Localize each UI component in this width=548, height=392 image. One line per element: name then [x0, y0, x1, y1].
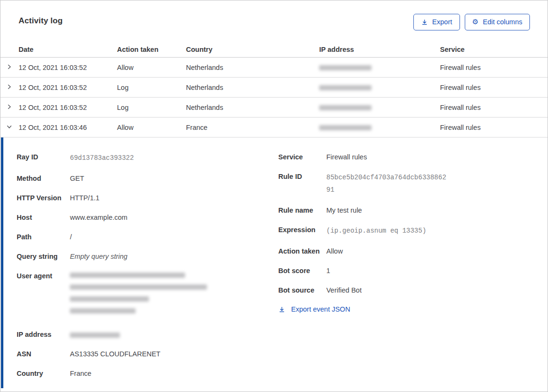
detail-field-country: Country France	[17, 368, 278, 379]
field-value: www.example.com	[70, 212, 127, 223]
topbar-actions: Export ⚙ Edit columns	[413, 14, 530, 30]
field-value: Firewall rules	[326, 152, 367, 162]
field-value	[70, 329, 120, 340]
edit-columns-button-label: Edit columns	[483, 18, 522, 26]
edit-columns-button[interactable]: ⚙ Edit columns	[465, 14, 530, 30]
export-button-label: Export	[432, 18, 452, 26]
table-row[interactable]: 12 Oct, 2021 16:03:52 Allow Netherlands …	[0, 58, 548, 78]
cell-service: Firewall rules	[440, 104, 548, 111]
detail-field-ip-address: IP address	[17, 329, 278, 340]
field-label: Path	[17, 232, 70, 242]
cell-service: Firewall rules	[440, 124, 548, 131]
field-value: 69d13783ac393322	[70, 152, 134, 164]
detail-field-action-taken: Action taken Allow	[278, 246, 548, 256]
field-label: IP address	[17, 329, 70, 340]
redacted-ip-blur	[319, 105, 372, 110]
cell-country: Netherlands	[186, 64, 319, 71]
redacted-ip-blur	[70, 333, 120, 338]
table-row-expanded[interactable]: 12 Oct, 2021 16:03:46 Allow France Firew…	[0, 118, 548, 137]
field-label: ASN	[17, 349, 70, 359]
expand-row-button[interactable]	[0, 98, 19, 117]
export-event-json-link[interactable]: Export event JSON	[278, 305, 350, 313]
cell-country: France	[186, 124, 319, 131]
detail-field-service: Service Firewall rules	[278, 152, 548, 162]
detail-field-user-agent: User agent	[17, 271, 278, 320]
cell-date: 12 Oct, 2021 16:03:52	[19, 104, 117, 111]
cell-action-taken: Log	[117, 104, 186, 111]
redacted-ip-blur	[319, 65, 372, 70]
detail-field-asn: ASN AS13335 CLOUDFLARENET	[17, 349, 278, 359]
field-value: France	[70, 368, 91, 379]
field-value: Verified Bot	[326, 285, 362, 295]
event-detail-right-column: Service Firewall rules Rule ID 85bce5b20…	[278, 152, 548, 388]
collapse-row-button[interactable]	[0, 118, 19, 137]
field-label: Bot source	[278, 285, 326, 295]
detail-field-http-version: HTTP Version HTTP/1.1	[17, 193, 278, 203]
cell-date: 12 Oct, 2021 16:03:46	[19, 124, 117, 131]
table-row[interactable]: 12 Oct, 2021 16:03:52 Log Netherlands Fi…	[0, 78, 548, 98]
cell-ip-address	[319, 84, 440, 91]
field-label: Query string	[17, 251, 70, 262]
field-value: (ip.geoip.asnum eq 13335)	[326, 225, 426, 237]
field-label: Expression	[278, 225, 326, 237]
cell-service: Firewall rules	[440, 64, 548, 71]
cell-country: Netherlands	[186, 84, 319, 91]
event-detail-left-column: Ray ID 69d13783ac393322 Method GET HTTP …	[17, 152, 278, 388]
field-value: Empty query string	[70, 251, 127, 262]
cell-action-taken: Allow	[117, 124, 186, 131]
detail-field-bot-source: Bot source Verified Bot	[278, 285, 548, 295]
detail-field-bot-score: Bot score 1	[278, 265, 548, 276]
detail-field-query-string: Query string Empty query string	[17, 251, 278, 262]
field-value: /	[70, 232, 72, 242]
expand-row-button[interactable]	[0, 78, 19, 97]
field-value: My test rule	[326, 205, 362, 216]
cell-ip-address	[319, 104, 440, 111]
cell-service: Firewall rules	[440, 84, 548, 91]
event-detail-panel: Ray ID 69d13783ac393322 Method GET HTTP …	[1, 137, 548, 388]
field-value: AS13335 CLOUDFLARENET	[70, 349, 160, 359]
cell-ip-address	[319, 124, 440, 131]
field-value: HTTP/1.1	[70, 193, 99, 203]
field-label: Country	[17, 368, 70, 379]
detail-field-rule-name: Rule name My test rule	[278, 205, 548, 216]
field-value: 85bce5b204cf4703a764dcb633886291	[326, 171, 448, 196]
field-label: User agent	[17, 271, 70, 320]
field-label: Rule name	[278, 205, 326, 216]
redacted-user-agent-blur	[70, 271, 207, 320]
detail-field-host: Host www.example.com	[17, 212, 278, 223]
export-button[interactable]: Export	[413, 14, 460, 30]
cell-country: Netherlands	[186, 104, 319, 111]
column-header-service: Service	[440, 46, 548, 53]
chevron-down-icon	[6, 123, 13, 132]
chevron-right-icon	[6, 63, 13, 72]
field-label: Method	[17, 173, 70, 184]
download-icon	[421, 19, 428, 26]
column-header-ip-address: IP address	[319, 46, 440, 53]
field-value: Allow	[326, 246, 343, 256]
chevron-right-icon	[6, 83, 13, 92]
download-icon	[278, 306, 285, 313]
cell-date: 12 Oct, 2021 16:03:52	[19, 84, 117, 91]
page-title: Activity log	[19, 16, 63, 26]
chevron-right-icon	[6, 103, 13, 112]
cell-date: 12 Oct, 2021 16:03:52	[19, 64, 117, 71]
field-label: Bot score	[278, 265, 326, 276]
field-label: HTTP Version	[17, 193, 70, 203]
table-header: Date Action taken Country IP address Ser…	[0, 41, 548, 58]
redacted-ip-blur	[319, 85, 372, 90]
cell-action-taken: Allow	[117, 64, 186, 71]
field-label: Rule ID	[278, 171, 326, 196]
export-event-json-label: Export event JSON	[291, 305, 350, 313]
column-header-action-taken: Action taken	[117, 46, 186, 53]
field-label: Service	[278, 152, 326, 162]
table-row[interactable]: 12 Oct, 2021 16:03:52 Log Netherlands Fi…	[0, 98, 548, 118]
detail-field-method: Method GET	[17, 173, 278, 184]
field-value: GET	[70, 173, 84, 184]
expand-row-button[interactable]	[0, 58, 19, 77]
field-value: 1	[326, 265, 330, 276]
gear-icon: ⚙	[472, 19, 479, 26]
cell-ip-address	[319, 64, 440, 71]
column-header-country: Country	[186, 46, 319, 53]
field-label: Ray ID	[17, 152, 70, 164]
detail-field-expression: Expression (ip.geoip.asnum eq 13335)	[278, 225, 548, 237]
